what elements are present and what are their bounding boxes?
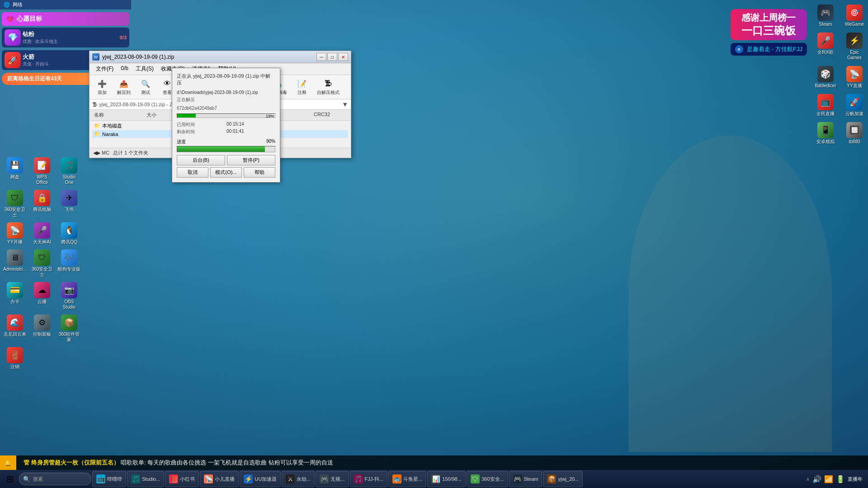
taskbar-item-naraka[interactable]: ⚔ 永劫...	[282, 471, 315, 487]
desktop-icon-qq[interactable]: 🐧 腾讯QQ	[56, 221, 82, 247]
time-used-label: 已用时间	[177, 122, 226, 128]
winrar-app-icon: W	[92, 53, 99, 61]
desktop-icon-obs[interactable]: 📷 OBS Studio	[56, 280, 82, 312]
desktop-icon-kugou[interactable]: 🎶 酷狗专业版	[56, 248, 82, 279]
desktop-icon-360[interactable]: 🛡 360安全卫士	[2, 188, 28, 220]
taskbar-item-game[interactable]: 🎮 无视...	[316, 471, 349, 487]
maximize-button[interactable]: □	[327, 53, 337, 61]
tray-network-icon[interactable]: 📶	[824, 475, 833, 483]
winrar-taskbar-icon: 📦	[547, 474, 556, 483]
extract-main-progress-section: 进度 90%	[177, 139, 275, 152]
desktop-icon-admin[interactable]: 🖥 Administri...	[2, 248, 28, 279]
desktop-icon-wegame[interactable]: 🎯 WeGame	[841, 3, 868, 29]
search-placeholder: 搜索	[33, 476, 43, 483]
desktop-icon-yun[interactable]: ☁ 云播	[29, 280, 55, 312]
taskbar-item-360[interactable]: 🛡 360安全...	[467, 471, 508, 487]
taskbar-item-xiaohongshu[interactable]: 📕 小红书	[165, 471, 199, 487]
desktop-icon-wangpan[interactable]: 💾 网盘	[2, 155, 28, 187]
stats-icon: 📊	[431, 474, 440, 483]
desktop-icon-feishu[interactable]: ✈ 飞书	[56, 188, 82, 220]
desktop-icon-360-soft[interactable]: 📦 360软件管家	[56, 313, 82, 344]
desktop-icon-wps[interactable]: 📝 WPS Office	[29, 155, 55, 187]
diamond-icon: 💎	[5, 29, 21, 46]
minimize-button[interactable]: ─	[316, 53, 326, 61]
test-icon: 🔍	[140, 78, 151, 89]
desktop-icon-qmlive[interactable]: 📺 全民直播	[812, 92, 839, 118]
desktop-icon-jj[interactable]: 🌊 见见回云来	[2, 313, 28, 344]
desktop-icon-tencent[interactable]: 🔒 腾讯电脑	[29, 188, 55, 220]
studio-taskbar-icon: 🎵	[131, 474, 140, 483]
taskbar-item-douyu[interactable]: 🐟 斗鱼星...	[388, 471, 426, 487]
taskbar-item-live[interactable]: 📡 小儿直播	[200, 471, 239, 487]
time-remain-label: 剩余时间	[177, 129, 226, 135]
diamond-widget[interactable]: 💎 钻粉 优惠 · 欢乐斗地主 0/3	[2, 28, 129, 47]
taskbar-item-steam[interactable]: 🎮 Steam	[509, 471, 542, 487]
desktop-icon-yy[interactable]: 📡 YY开播	[2, 221, 28, 247]
ticker-segment2: 唱歌歌单: 每天的歌曲由各位挑选 一架飞机就是自选歌曲 钻粉可以享受一周的自送	[121, 459, 333, 466]
col-crc[interactable]: CRC32	[312, 111, 348, 119]
address-dropdown-icon[interactable]: ▼	[342, 101, 348, 108]
extract-buttons-row2: 取消 模式(O)... 帮助	[177, 167, 275, 178]
desktop-icon-android[interactable]: 📱 安卓模拟	[812, 120, 839, 146]
desktop-icon-yunfan[interactable]: 🚀 云帆加速	[841, 92, 868, 118]
menu-tools[interactable]: 工具(S)	[132, 64, 157, 74]
taskbar-item-fjj[interactable]: 🎵 FJJ-抖...	[350, 471, 388, 487]
tray-battery-icon[interactable]: 🔋	[836, 475, 845, 483]
taskbar-search[interactable]: 🔍 搜索	[19, 473, 91, 485]
toolbar-add[interactable]: ➕ 添加	[92, 77, 112, 97]
taskbar-item-uu[interactable]: ⚡ UU加速器	[240, 471, 281, 487]
desktop-icon-control[interactable]: ⚙ 控制面板	[29, 313, 55, 344]
desktop-icon-battledicer[interactable]: 🎲 Battledicer	[812, 64, 839, 90]
col-name[interactable]: 名称	[92, 111, 145, 119]
pause-button[interactable]: 暂停(P)	[227, 155, 275, 165]
extract-mini-progress: 19%	[177, 113, 275, 118]
toolbar-sfx[interactable]: 🗜 自解压格式	[314, 77, 343, 97]
time-remain-value: 00:01:41	[226, 129, 275, 135]
extract-stats: 已用时间 00:15:14 剩余时间 00:01:41	[177, 122, 275, 135]
extract-dialog-title: 正在从 yjwj_2023-08-09-19-09 (1).zip 中解压	[177, 73, 275, 86]
taskbar: ⊞ 🔍 搜索 📺 哔哩哔 🎵 Studio... 📕 小红书 📡 小儿直播 ⚡ …	[0, 470, 868, 488]
toolbar-test[interactable]: 🔍 测试	[136, 77, 156, 97]
desktop-icon-ofuka[interactable]: 💳 办卡	[2, 280, 28, 312]
toolbar-extract[interactable]: 📤 解压到	[114, 77, 134, 97]
desktop-icon-epic[interactable]: ⚡ Epic Games	[841, 31, 868, 62]
mode-button[interactable]: 模式(O)...	[210, 167, 242, 178]
fjj-icon: 🎵	[354, 474, 363, 483]
extract-icon: 📤	[118, 78, 129, 89]
start-button[interactable]: ⊞	[2, 471, 18, 487]
desktop-icon-360-2[interactable]: 🛡 360安全卫士	[29, 248, 55, 279]
right-icons-grid: 🎮 Steam 🎯 WeGame 🎤 全民K歌 ⚡ Epic Games 🎲 B…	[809, 0, 868, 149]
douyu-icon: 🐟	[392, 474, 401, 483]
extract-path: d:\Downloads\yjwj-2023-08-19-09 (1).zip	[177, 90, 275, 95]
cancel-button[interactable]: 取消	[177, 167, 208, 178]
desktop-icon-yygame[interactable]: 📡 YY直播	[841, 64, 868, 90]
heart-wish-widget[interactable]: 💗 心愿目标	[2, 12, 129, 26]
desktop-icon-steam[interactable]: 🎮 Steam	[812, 3, 839, 29]
winrar-titlebar[interactable]: W yjwj_2023-08-09-19-09 (1).zip ─ □ ✕	[90, 51, 351, 63]
network-bar: 🌐 网络	[0, 0, 131, 9]
comment-icon: 📝	[297, 78, 307, 89]
desktop-icon-ai[interactable]: 🎤 大天神AI	[29, 221, 55, 247]
tray-sound-icon[interactable]: 🔊	[812, 475, 821, 483]
taskbar-item-150[interactable]: 📊 150/98...	[427, 471, 466, 487]
extract-status-text: 正在解压	[177, 97, 275, 103]
desktop-icon-logout[interactable]: 🚪 注销	[2, 345, 28, 371]
main-progress-bar	[177, 146, 275, 152]
menu-file[interactable]: 文件(F)	[92, 64, 117, 74]
close-button[interactable]: ✕	[338, 53, 348, 61]
desktop-icon-quanmin[interactable]: 🎤 全民K歌	[812, 31, 839, 62]
desktop-icon-studio-one[interactable]: 🎵 Studio One	[56, 155, 82, 187]
taskbar-item-studio[interactable]: 🎵 Studio...	[127, 471, 164, 487]
help-button[interactable]: 帮助	[244, 167, 275, 178]
background-button[interactable]: 后台(B)	[177, 155, 225, 165]
system-tray: ∧ 🔊 📶 🔋 直播年	[806, 475, 866, 483]
window-controls: ─ □ ✕	[316, 53, 348, 61]
desktop-icon-tb880[interactable]: 🔲 tb880	[841, 120, 868, 146]
airplane-icon: 🚀	[5, 52, 21, 68]
zip-icon: 🗜	[92, 102, 97, 107]
tray-expand-icon[interactable]: ∧	[806, 476, 810, 482]
taskbar-item-winrar[interactable]: 📦 yjwj_20...	[543, 471, 583, 487]
menu-unknown[interactable]: 0/b	[117, 64, 132, 74]
taskbar-item-bili[interactable]: 📺 哔哩哔	[92, 471, 126, 487]
toolbar-comment[interactable]: 📝 注释	[292, 77, 312, 97]
